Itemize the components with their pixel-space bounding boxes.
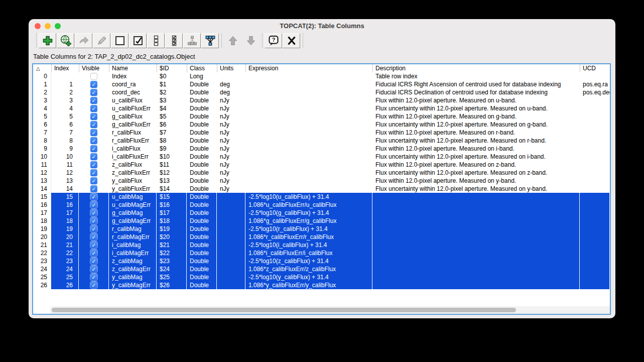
column-header-units[interactable]: Units [217,64,245,72]
visible-checkbox[interactable]: ✓ [90,169,97,176]
explode-array-column-icon [186,35,198,47]
expression-cell [245,145,372,153]
table-row[interactable]: 44✓u_calibFluxErr$4DoublenJyFlux uncerta… [33,104,610,112]
visible-checkbox[interactable]: ✓ [90,201,97,208]
close-window-button[interactable] [35,23,41,29]
table-row[interactable]: 1616✓u_calibMagErr$16Double1.086*u_calib… [33,201,610,209]
visible-checkbox[interactable]: ✓ [90,81,97,88]
table-row[interactable]: 2525✓y_calibMag$25Double-2.5*log10(y_cal… [33,273,610,281]
table-row[interactable]: 2121✓i_calibMag$21Double-2.5*log10(i_cal… [33,241,610,249]
reveal-all-button[interactable] [129,33,147,48]
explode-array-column-button[interactable] [183,33,201,48]
table-row[interactable]: 77✓r_calibFlux$7DoublenJyFlux within 12.… [33,129,610,137]
add-sky-coordinate-columns-button[interactable] [57,33,74,48]
reveal-selected-button[interactable] [165,33,183,48]
visible-checkbox[interactable]: ✓ [90,89,97,96]
horizontal-scrollbar[interactable] [50,306,610,314]
column-header-name[interactable]: Name [109,64,157,72]
column-header-class[interactable]: Class [187,64,217,72]
name-cell: z_calibMagErr [109,265,157,273]
table-row[interactable]: 33✓u_calibFlux$3DoublenJyFlux within 12.… [33,96,610,104]
table-row[interactable]: 1414✓y_calibFluxErr$14DoublenJyFlux unce… [33,185,610,193]
column-header-visible[interactable]: Visible [79,64,109,72]
help-button[interactable]: ? [265,33,282,48]
column-header-ucd[interactable]: UCD [580,64,610,72]
description-cell: Flux uncertainty within 12.0-pixel apert… [372,120,580,129]
table-row[interactable]: 1212✓z_calibFluxErr$12DoublenJyFlux unce… [33,169,610,177]
expression-cell: -2.5*log10(u_calibFlux) + 31.4 [245,193,372,201]
visible-checkbox[interactable]: ✓ [90,145,97,152]
row-number-cell: 18 [33,217,51,225]
column-header-index[interactable]: Index [51,64,79,72]
table-row[interactable]: 2020✓r_calibMagErr$20Double1.086*r_calib… [33,233,610,241]
ucd-cell [580,145,610,153]
table-row[interactable]: 1717✓g_calibMag$17Double-2.5*log10(g_cal… [33,209,610,217]
description-cell [372,257,580,265]
table-row[interactable]: 1313✓y_calibFlux$13DoublenJyFlux within … [33,177,610,185]
visible-checkbox[interactable]: ✓ [90,105,97,112]
table-row[interactable]: 2323✓z_calibMag$23Double-2.5*log10(z_cal… [33,257,610,265]
visible-checkbox[interactable]: ✓ [90,177,97,184]
visible-checkbox[interactable]: ✓ [90,137,97,144]
edit-column-button[interactable] [93,33,110,48]
table-row[interactable]: 1919✓r_calibMag$19Double-2.5*log10(r_cal… [33,225,610,233]
ucd-cell [580,153,610,161]
units-cell: deg [217,88,245,96]
table-row[interactable]: 55✓g_calibFlux$5DoublenJyFlux within 12.… [33,112,610,120]
visible-checkbox[interactable]: ✓ [90,242,97,249]
visible-checkbox[interactable]: ✓ [90,266,97,273]
table-row[interactable]: 0Index$0LongTable row index [33,72,610,80]
hide-all-button[interactable] [111,33,128,48]
table-row[interactable]: 2626✓y_calibMagErr$26Double1.086*y_calib… [33,281,610,289]
column-header-id[interactable]: $ID [157,64,187,72]
svg-text:?: ? [272,37,275,43]
visible-checkbox[interactable]: ✓ [90,129,97,136]
visible-checkbox[interactable]: ✓ [90,193,97,200]
visible-checkbox[interactable]: ✓ [90,258,97,265]
visible-checkbox[interactable]: ✓ [90,274,97,281]
close-button[interactable] [283,33,300,48]
visible-checkbox[interactable]: ✓ [90,153,97,160]
visible-checkbox[interactable]: ✓ [90,113,97,120]
column-header-description[interactable]: Description [372,64,580,72]
table-row[interactable]: 1010✓i_calibFluxErr$10DoublenJyFlux unce… [33,153,610,161]
table-row[interactable]: 11✓coord_ra$1DoubledegFiducial ICRS Righ… [33,80,610,88]
visible-checkbox[interactable]: ✓ [90,209,97,216]
visible-checkbox[interactable] [90,73,97,80]
replace-column-button[interactable] [75,33,92,48]
move-down-button[interactable] [242,33,260,48]
move-up-button[interactable] [224,33,241,48]
hide-selected-button[interactable] [147,33,165,48]
row-number-cell: 9 [33,145,51,153]
id-cell: $19 [157,225,187,233]
table-row[interactable]: 1515✓u_calibMag$15Double-2.5*log10(u_cal… [33,193,610,201]
table-row[interactable]: 2424✓z_calibMagErr$24Double1.086*z_calib… [33,265,610,273]
column-header-expression[interactable]: Expression [245,64,372,72]
title-bar[interactable]: TOPCAT(2): Table Columns [29,19,615,33]
visible-checkbox[interactable]: ✓ [90,250,97,257]
table-row[interactable]: 2222✓i_calibMagErr$22Double1.086*i_calib… [33,249,610,257]
scrollbar-thumb[interactable] [52,308,516,312]
sort-header-cell[interactable]: △ [33,64,51,72]
class-cell: Double [187,80,217,88]
add-column-button[interactable] [39,33,56,48]
visible-checkbox[interactable]: ✓ [90,282,97,289]
table-row[interactable]: 99✓i_calibFlux$9DoublenJyFlux within 12.… [33,145,610,153]
visible-checkbox[interactable]: ✓ [90,121,97,128]
ucd-cell [580,112,610,120]
zoom-window-button[interactable] [55,23,61,29]
visible-checkbox[interactable]: ✓ [90,161,97,168]
table-row[interactable]: 1818✓g_calibMagErr$18Double1.086*g_calib… [33,217,610,225]
visible-checkbox[interactable]: ✓ [90,97,97,104]
visible-checkbox[interactable]: ✓ [90,233,97,240]
collect-columns-button[interactable] [201,33,219,48]
visible-checkbox[interactable]: ✓ [90,185,97,192]
visible-checkbox[interactable]: ✓ [90,225,97,232]
minimize-window-button[interactable] [45,23,51,29]
table-row[interactable]: 1111✓z_calibFlux$11DoublenJyFlux within … [33,161,610,169]
table-row[interactable]: 22✓coord_dec$2DoubledegFiducial ICRS Dec… [33,88,610,96]
name-cell: z_calibMag [109,257,157,265]
table-row[interactable]: 88✓r_calibFluxErr$8DoublenJyFlux uncerta… [33,137,610,145]
visible-checkbox[interactable]: ✓ [90,217,97,224]
table-row[interactable]: 66✓g_calibFluxErr$6DoublenJyFlux uncerta… [33,120,610,129]
